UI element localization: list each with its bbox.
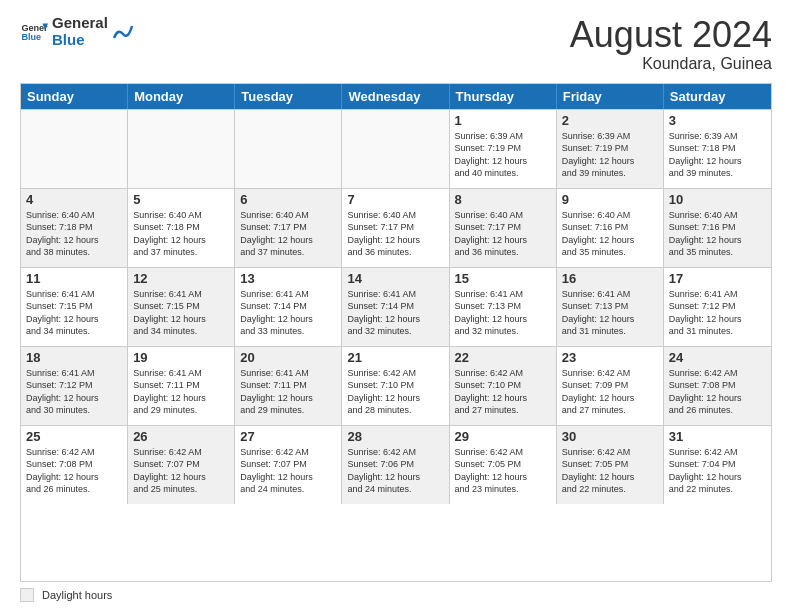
cell-info: Sunrise: 6:42 AM Sunset: 7:04 PM Dayligh… bbox=[669, 446, 766, 496]
calendar: SundayMondayTuesdayWednesdayThursdayFrid… bbox=[20, 83, 772, 582]
calendar-row-4: 18Sunrise: 6:41 AM Sunset: 7:12 PM Dayli… bbox=[21, 346, 771, 425]
cal-cell-22: 22Sunrise: 6:42 AM Sunset: 7:10 PM Dayli… bbox=[450, 347, 557, 425]
cal-cell-21: 21Sunrise: 6:42 AM Sunset: 7:10 PM Dayli… bbox=[342, 347, 449, 425]
day-number: 19 bbox=[133, 350, 229, 365]
cell-info: Sunrise: 6:40 AM Sunset: 7:17 PM Dayligh… bbox=[347, 209, 443, 259]
cell-info: Sunrise: 6:40 AM Sunset: 7:16 PM Dayligh… bbox=[669, 209, 766, 259]
day-number: 8 bbox=[455, 192, 551, 207]
cell-info: Sunrise: 6:39 AM Sunset: 7:19 PM Dayligh… bbox=[455, 130, 551, 180]
cal-cell-24: 24Sunrise: 6:42 AM Sunset: 7:08 PM Dayli… bbox=[664, 347, 771, 425]
cell-info: Sunrise: 6:40 AM Sunset: 7:17 PM Dayligh… bbox=[240, 209, 336, 259]
weekday-header-friday: Friday bbox=[557, 84, 664, 109]
cal-cell-23: 23Sunrise: 6:42 AM Sunset: 7:09 PM Dayli… bbox=[557, 347, 664, 425]
cell-info: Sunrise: 6:40 AM Sunset: 7:17 PM Dayligh… bbox=[455, 209, 551, 259]
calendar-row-2: 4Sunrise: 6:40 AM Sunset: 7:18 PM Daylig… bbox=[21, 188, 771, 267]
cal-cell-6: 6Sunrise: 6:40 AM Sunset: 7:17 PM Daylig… bbox=[235, 189, 342, 267]
cell-info: Sunrise: 6:42 AM Sunset: 7:05 PM Dayligh… bbox=[455, 446, 551, 496]
cal-cell-7: 7Sunrise: 6:40 AM Sunset: 7:17 PM Daylig… bbox=[342, 189, 449, 267]
cal-cell-26: 26Sunrise: 6:42 AM Sunset: 7:07 PM Dayli… bbox=[128, 426, 235, 504]
cal-cell-11: 11Sunrise: 6:41 AM Sunset: 7:15 PM Dayli… bbox=[21, 268, 128, 346]
day-number: 28 bbox=[347, 429, 443, 444]
cal-cell-3: 3Sunrise: 6:39 AM Sunset: 7:18 PM Daylig… bbox=[664, 110, 771, 188]
day-number: 13 bbox=[240, 271, 336, 286]
weekday-header-sunday: Sunday bbox=[21, 84, 128, 109]
cal-cell-28: 28Sunrise: 6:42 AM Sunset: 7:06 PM Dayli… bbox=[342, 426, 449, 504]
cell-info: Sunrise: 6:40 AM Sunset: 7:18 PM Dayligh… bbox=[26, 209, 122, 259]
weekday-header-tuesday: Tuesday bbox=[235, 84, 342, 109]
daylight-box bbox=[20, 588, 34, 602]
cell-info: Sunrise: 6:42 AM Sunset: 7:07 PM Dayligh… bbox=[240, 446, 336, 496]
day-number: 14 bbox=[347, 271, 443, 286]
day-number: 1 bbox=[455, 113, 551, 128]
day-number: 15 bbox=[455, 271, 551, 286]
cal-cell-30: 30Sunrise: 6:42 AM Sunset: 7:05 PM Dayli… bbox=[557, 426, 664, 504]
cal-cell-29: 29Sunrise: 6:42 AM Sunset: 7:05 PM Dayli… bbox=[450, 426, 557, 504]
cell-info: Sunrise: 6:41 AM Sunset: 7:14 PM Dayligh… bbox=[347, 288, 443, 338]
cell-info: Sunrise: 6:41 AM Sunset: 7:15 PM Dayligh… bbox=[133, 288, 229, 338]
cell-info: Sunrise: 6:42 AM Sunset: 7:08 PM Dayligh… bbox=[26, 446, 122, 496]
cell-info: Sunrise: 6:42 AM Sunset: 7:05 PM Dayligh… bbox=[562, 446, 658, 496]
day-number: 21 bbox=[347, 350, 443, 365]
cell-info: Sunrise: 6:42 AM Sunset: 7:09 PM Dayligh… bbox=[562, 367, 658, 417]
calendar-body: 1Sunrise: 6:39 AM Sunset: 7:19 PM Daylig… bbox=[21, 109, 771, 504]
day-number: 27 bbox=[240, 429, 336, 444]
cal-cell-31: 31Sunrise: 6:42 AM Sunset: 7:04 PM Dayli… bbox=[664, 426, 771, 504]
cell-info: Sunrise: 6:41 AM Sunset: 7:13 PM Dayligh… bbox=[455, 288, 551, 338]
cal-cell-1: 1Sunrise: 6:39 AM Sunset: 7:19 PM Daylig… bbox=[450, 110, 557, 188]
cal-cell-empty-0-2 bbox=[235, 110, 342, 188]
location: Koundara, Guinea bbox=[570, 55, 772, 73]
cal-cell-19: 19Sunrise: 6:41 AM Sunset: 7:11 PM Dayli… bbox=[128, 347, 235, 425]
cal-cell-2: 2Sunrise: 6:39 AM Sunset: 7:19 PM Daylig… bbox=[557, 110, 664, 188]
cell-info: Sunrise: 6:42 AM Sunset: 7:06 PM Dayligh… bbox=[347, 446, 443, 496]
cal-cell-8: 8Sunrise: 6:40 AM Sunset: 7:17 PM Daylig… bbox=[450, 189, 557, 267]
day-number: 12 bbox=[133, 271, 229, 286]
footer: Daylight hours bbox=[20, 588, 772, 602]
cell-info: Sunrise: 6:41 AM Sunset: 7:15 PM Dayligh… bbox=[26, 288, 122, 338]
cell-info: Sunrise: 6:39 AM Sunset: 7:19 PM Dayligh… bbox=[562, 130, 658, 180]
day-number: 18 bbox=[26, 350, 122, 365]
svg-text:Blue: Blue bbox=[21, 32, 41, 42]
month-year: August 2024 bbox=[570, 15, 772, 55]
logo: General Blue General Blue bbox=[20, 15, 134, 48]
day-number: 25 bbox=[26, 429, 122, 444]
weekday-header-saturday: Saturday bbox=[664, 84, 771, 109]
daylight-label: Daylight hours bbox=[42, 589, 112, 601]
cal-cell-17: 17Sunrise: 6:41 AM Sunset: 7:12 PM Dayli… bbox=[664, 268, 771, 346]
cal-cell-10: 10Sunrise: 6:40 AM Sunset: 7:16 PM Dayli… bbox=[664, 189, 771, 267]
cal-cell-16: 16Sunrise: 6:41 AM Sunset: 7:13 PM Dayli… bbox=[557, 268, 664, 346]
cell-info: Sunrise: 6:41 AM Sunset: 7:12 PM Dayligh… bbox=[26, 367, 122, 417]
logo-general: General bbox=[52, 15, 108, 32]
cal-cell-20: 20Sunrise: 6:41 AM Sunset: 7:11 PM Dayli… bbox=[235, 347, 342, 425]
day-number: 17 bbox=[669, 271, 766, 286]
day-number: 24 bbox=[669, 350, 766, 365]
logo-wave-icon bbox=[112, 18, 134, 46]
cal-cell-14: 14Sunrise: 6:41 AM Sunset: 7:14 PM Dayli… bbox=[342, 268, 449, 346]
calendar-row-5: 25Sunrise: 6:42 AM Sunset: 7:08 PM Dayli… bbox=[21, 425, 771, 504]
cell-info: Sunrise: 6:42 AM Sunset: 7:10 PM Dayligh… bbox=[347, 367, 443, 417]
cal-cell-15: 15Sunrise: 6:41 AM Sunset: 7:13 PM Dayli… bbox=[450, 268, 557, 346]
cal-cell-4: 4Sunrise: 6:40 AM Sunset: 7:18 PM Daylig… bbox=[21, 189, 128, 267]
day-number: 2 bbox=[562, 113, 658, 128]
weekday-header-monday: Monday bbox=[128, 84, 235, 109]
header: General Blue General Blue August 2024 Ko… bbox=[20, 15, 772, 73]
cell-info: Sunrise: 6:42 AM Sunset: 7:07 PM Dayligh… bbox=[133, 446, 229, 496]
cal-cell-9: 9Sunrise: 6:40 AM Sunset: 7:16 PM Daylig… bbox=[557, 189, 664, 267]
day-number: 31 bbox=[669, 429, 766, 444]
day-number: 30 bbox=[562, 429, 658, 444]
day-number: 26 bbox=[133, 429, 229, 444]
cal-cell-12: 12Sunrise: 6:41 AM Sunset: 7:15 PM Dayli… bbox=[128, 268, 235, 346]
cal-cell-5: 5Sunrise: 6:40 AM Sunset: 7:18 PM Daylig… bbox=[128, 189, 235, 267]
weekday-header-thursday: Thursday bbox=[450, 84, 557, 109]
cell-info: Sunrise: 6:40 AM Sunset: 7:16 PM Dayligh… bbox=[562, 209, 658, 259]
day-number: 9 bbox=[562, 192, 658, 207]
day-number: 3 bbox=[669, 113, 766, 128]
day-number: 11 bbox=[26, 271, 122, 286]
cell-info: Sunrise: 6:41 AM Sunset: 7:13 PM Dayligh… bbox=[562, 288, 658, 338]
cell-info: Sunrise: 6:40 AM Sunset: 7:18 PM Dayligh… bbox=[133, 209, 229, 259]
day-number: 22 bbox=[455, 350, 551, 365]
cal-cell-27: 27Sunrise: 6:42 AM Sunset: 7:07 PM Dayli… bbox=[235, 426, 342, 504]
cal-cell-13: 13Sunrise: 6:41 AM Sunset: 7:14 PM Dayli… bbox=[235, 268, 342, 346]
calendar-row-3: 11Sunrise: 6:41 AM Sunset: 7:15 PM Dayli… bbox=[21, 267, 771, 346]
cal-cell-empty-0-1 bbox=[128, 110, 235, 188]
cal-cell-empty-0-3 bbox=[342, 110, 449, 188]
